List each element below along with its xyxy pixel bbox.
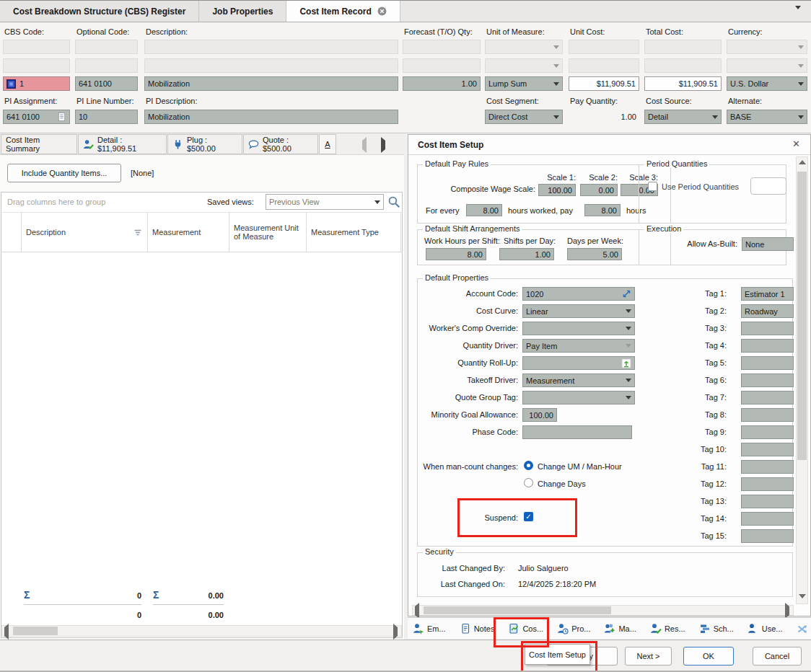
prop-field-3[interactable]: Pay Item	[522, 339, 635, 353]
tag-field-4[interactable]	[741, 339, 794, 353]
tag-field-5[interactable]	[741, 356, 794, 370]
close-tab-icon[interactable]	[377, 6, 387, 16]
alternate-field[interactable]: BASE	[727, 110, 807, 124]
scroll-down-icon[interactable]	[799, 594, 806, 598]
empty-field-forecast_qty-2[interactable]	[403, 58, 481, 73]
description-field[interactable]: Mobilization	[144, 76, 398, 91]
empty-field-currency-1[interactable]	[727, 40, 807, 54]
change-um-radio[interactable]	[524, 461, 533, 470]
tab-cost-item-record[interactable]: Cost Item Record	[286, 1, 400, 22]
toolbar-button-sch[interactable]: Sch...	[699, 623, 734, 635]
tag-field-12[interactable]	[741, 477, 794, 491]
tab-partial[interactable]: A	[319, 134, 336, 154]
toolbar-button-ma[interactable]: Ma...	[604, 623, 636, 635]
empty-field-optional_code-2[interactable]	[75, 58, 138, 73]
scroll-right-icon[interactable]	[393, 627, 398, 636]
tab-plug[interactable]: Plug : $500.00	[167, 134, 242, 154]
toolbar-button-cos[interactable]: Cos...	[508, 623, 543, 635]
empty-field-total_cost-1[interactable]	[644, 40, 722, 54]
tag-field-8[interactable]	[741, 408, 794, 422]
pi_line_number-field[interactable]: 10	[75, 110, 138, 124]
pi_description-field[interactable]: Mobilization	[144, 110, 398, 124]
toolbar-button-notes[interactable]: Notes	[460, 623, 495, 635]
unit_cost-field[interactable]: $11,909.51	[569, 76, 639, 91]
tag-field-7[interactable]	[741, 391, 794, 404]
tab-cbs-register[interactable]: Cost Breakdown Structure (CBS) Register	[0, 1, 199, 22]
prop-field-6[interactable]	[522, 391, 635, 404]
grid-header-description[interactable]: Description	[22, 213, 148, 252]
uom-field[interactable]: Lump Sum	[485, 76, 563, 91]
hours-worked-field[interactable]: 8.00	[466, 204, 502, 216]
prop-field-5[interactable]: Measurement	[522, 373, 635, 387]
close-panel-icon[interactable]: ✕	[792, 138, 800, 149]
tag-field-9[interactable]	[741, 425, 794, 439]
prop-field-1[interactable]: Linear	[522, 304, 635, 318]
ok-button[interactable]: OK	[683, 647, 734, 666]
empty-field-cbs_code-2[interactable]	[3, 58, 70, 73]
shift-field-1[interactable]: 1.00	[499, 248, 554, 260]
pay-hours-field[interactable]: 8.00	[584, 204, 621, 216]
tag-field-11[interactable]	[741, 460, 794, 474]
scroll-left-icon[interactable]	[415, 606, 419, 615]
empty-field-cbs_code-1[interactable]	[3, 40, 70, 54]
tag-field-14[interactable]	[741, 512, 794, 526]
prop-field-7[interactable]: 100.00	[522, 408, 557, 422]
search-icon[interactable]	[387, 195, 400, 210]
allow-as-built-field[interactable]: None	[742, 237, 794, 251]
toolbar-button-ben[interactable]: Ben...	[797, 623, 811, 635]
grid-horizontal-scrollbar[interactable]	[1, 625, 402, 637]
scroll-thumb[interactable]	[797, 172, 807, 460]
pi_assignment-field[interactable]: 641 0100	[3, 110, 70, 124]
toolbar-button-use[interactable]: Use...	[748, 623, 783, 635]
scroll-up-icon[interactable]	[799, 160, 806, 164]
saved-views-dropdown[interactable]: Previous View	[266, 194, 384, 210]
account-code-picker-icon[interactable]	[622, 289, 631, 299]
grid-header-measurement-type[interactable]: Measurement Type	[307, 213, 401, 252]
change-days-radio[interactable]	[524, 478, 533, 487]
next-button[interactable]: Next >	[625, 647, 672, 666]
period-quantities-field[interactable]	[750, 177, 786, 195]
scroll-right-icon[interactable]	[785, 606, 789, 615]
prop-field-4[interactable]	[522, 356, 635, 370]
tag-field-10[interactable]	[741, 443, 794, 456]
currency-field[interactable]: U.S. Dollar	[727, 76, 807, 91]
prop-field-8[interactable]	[522, 425, 632, 439]
prop-field-0[interactable]: 1020	[522, 287, 635, 301]
empty-field-uom-1[interactable]	[485, 40, 563, 54]
grid-header-measurement[interactable]: Measurement	[148, 213, 229, 252]
tag-field-15[interactable]	[741, 529, 794, 543]
total_cost-field[interactable]: $11,909.51	[644, 76, 722, 91]
cbs_code-field[interactable]: 1	[3, 76, 70, 91]
scale-1-field[interactable]: 100.00	[538, 184, 576, 196]
shift-field-0[interactable]: 8.00	[426, 248, 486, 260]
optional_code-field[interactable]: 641 0100	[75, 76, 138, 91]
subtab-scroll-right-icon[interactable]	[381, 141, 385, 149]
include-quantity-items-button[interactable]: Include Quantity Items...	[7, 164, 121, 182]
tag-field-3[interactable]	[741, 322, 794, 335]
subtab-scroll-left-icon[interactable]	[362, 141, 367, 149]
toolbar-button-pro[interactable]: Pro...	[557, 623, 590, 635]
scroll-thumb[interactable]	[424, 606, 611, 614]
empty-field-currency-2[interactable]	[727, 58, 807, 73]
tag-field-1[interactable]: Estimator 1	[741, 287, 794, 301]
tab-overflow-icon[interactable]	[795, 9, 801, 18]
empty-field-unit_cost-1[interactable]	[569, 40, 639, 54]
empty-field-unit_cost-2[interactable]	[569, 58, 639, 73]
tab-quote[interactable]: Quote : $500.00	[243, 134, 318, 154]
cancel-button[interactable]: Cancel	[753, 647, 802, 666]
shift-field-2[interactable]: 5.00	[567, 248, 622, 260]
suspend-checkbox[interactable]: ✓	[524, 512, 533, 521]
empty-field-description-2[interactable]	[144, 58, 398, 73]
tag-field-13[interactable]	[741, 495, 794, 508]
grid-header-measurement-unit-of-measure[interactable]: Measurement Unit of Measure	[229, 213, 307, 252]
toolbar-button-em[interactable]: Em...	[413, 623, 446, 635]
prop-field-2[interactable]	[522, 322, 635, 335]
empty-field-description-1[interactable]	[144, 40, 398, 54]
cost_segment-field[interactable]: Direct Cost	[485, 110, 563, 124]
empty-field-total_cost-2[interactable]	[644, 58, 722, 73]
scroll-left-icon[interactable]	[4, 627, 9, 636]
pay_quantity-field[interactable]: 1.00	[569, 110, 639, 124]
cost_source-field[interactable]: Detail	[644, 110, 722, 124]
empty-field-forecast_qty-1[interactable]	[403, 40, 481, 54]
tag-field-2[interactable]: Roadway	[741, 304, 794, 318]
